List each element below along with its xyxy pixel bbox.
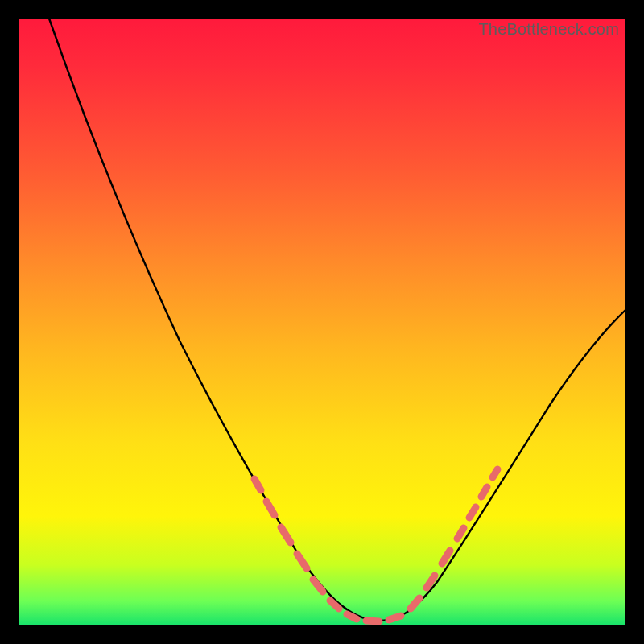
dash-seg [493,469,497,477]
dash-seg [297,554,307,568]
plot-area: TheBottleneck.com [19,19,625,625]
dash-seg [254,479,261,490]
dash-seg [411,598,419,609]
dash-seg [366,621,379,621]
curve-layer [19,19,625,625]
dash-seg [389,616,401,620]
dash-seg [266,502,275,515]
dash-seg [442,551,450,564]
dash-seg [281,527,291,543]
dash-seg [481,487,487,497]
bottleneck-curve [49,19,625,621]
dash-seg [469,507,476,518]
chart-frame: TheBottleneck.com [0,0,644,644]
dash-seg [457,528,464,539]
dash-seg [313,580,323,592]
dash-seg [347,614,357,619]
